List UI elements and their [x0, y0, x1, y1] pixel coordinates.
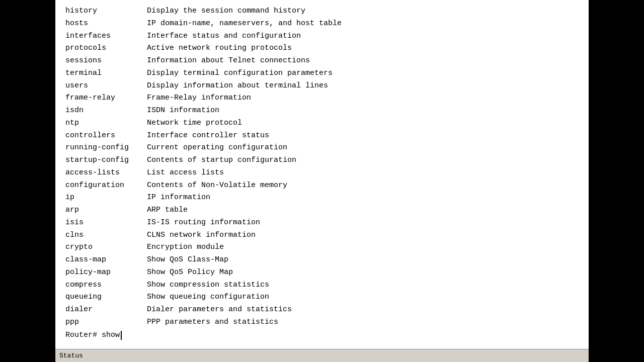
terminal-window: history Display the session command hist…: [55, 0, 589, 349]
status-bar: Status: [55, 349, 589, 362]
prompt-text: Router# show: [65, 331, 120, 339]
cursor-blink: [121, 331, 122, 340]
command-input-row[interactable]: Router# show: [65, 331, 579, 340]
terminal-output: history Display the session command hist…: [65, 5, 579, 329]
status-text: Status: [59, 352, 83, 359]
